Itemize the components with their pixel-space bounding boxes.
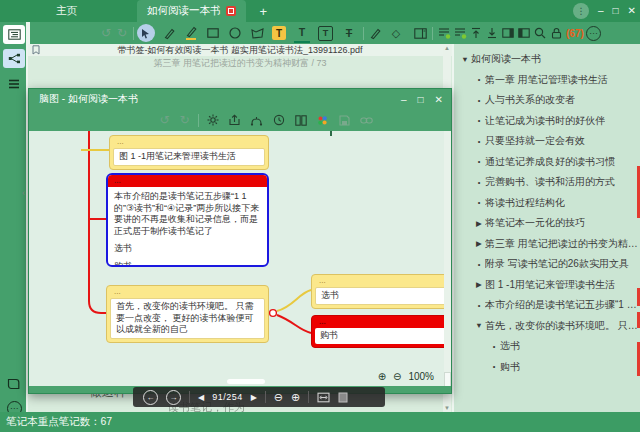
- tab-document[interactable]: 如何阅读一本书: [137, 0, 246, 22]
- mindmap-export-icon[interactable]: [227, 112, 242, 129]
- reading-layout-icon[interactable]: [412, 25, 428, 42]
- page-indicator[interactable]: 91/254: [212, 392, 243, 402]
- text-strikethrough-tool[interactable]: T: [341, 25, 357, 42]
- rectangle-tool-icon[interactable]: [205, 25, 221, 42]
- collapse-arrow-icon[interactable]: ▶: [473, 219, 485, 228]
- note-count-badge[interactable]: (67): [566, 28, 584, 39]
- circle-tool-icon[interactable]: [227, 25, 243, 42]
- node-subitem: 选书: [108, 237, 267, 255]
- mindmap-panel-icon[interactable]: [3, 49, 25, 68]
- outline-item[interactable]: ▼首先，改变你的读书环境吧。 只需要一点...: [454, 316, 640, 337]
- export-notes-icon[interactable]: [436, 25, 452, 42]
- sidebar-left-panel-icon[interactable]: [500, 25, 516, 42]
- text-box-tool[interactable]: T: [318, 26, 333, 41]
- outline-list: ▼如何阅读一本书 •第一章 用笔记管理读书生活 •人与书关系的改变者 •让笔记成…: [454, 49, 640, 377]
- mindmap-close-button[interactable]: ✕: [435, 94, 443, 105]
- fit-page-icon[interactable]: [338, 392, 348, 403]
- new-tab-button[interactable]: +: [260, 4, 268, 19]
- zoom-in-button[interactable]: ⊕: [291, 392, 300, 403]
- mindmap-columns-icon[interactable]: [293, 112, 308, 129]
- mindmap-link-icon[interactable]: [359, 112, 374, 129]
- bookmark-flag-icon[interactable]: [32, 45, 40, 55]
- tab-home[interactable]: 主页: [56, 4, 77, 18]
- collapse-arrow-icon[interactable]: ▼: [459, 55, 471, 64]
- scroll-up-icon[interactable]: ▲: [444, 45, 450, 51]
- fit-width-icon[interactable]: [317, 392, 330, 403]
- mindmap-titlebar[interactable]: 脑图 - 如何阅读一本书 – □ ✕: [29, 89, 451, 109]
- outline-item[interactable]: •附录 写读书笔记的26款实用文具: [454, 254, 640, 275]
- mindmap-history-clock-icon[interactable]: [271, 112, 286, 129]
- mindmap-color-palette-icon[interactable]: [315, 112, 330, 129]
- eraser-tool-icon[interactable]: ◇: [388, 25, 404, 42]
- outline-item[interactable]: ▶第三章 用笔记把读过的书变为精神财富: [454, 234, 640, 255]
- outline-item[interactable]: ▶图 1 -1用笔记来管理读书生活: [454, 275, 640, 296]
- mindmap-hscrollbar[interactable]: [227, 379, 265, 384]
- text-underline-tool[interactable]: T: [294, 23, 310, 43]
- close-button[interactable]: ✕: [628, 6, 636, 16]
- outline-item[interactable]: ▶将笔记本一元化的技巧: [454, 213, 640, 234]
- outline-item[interactable]: •购书: [454, 357, 640, 378]
- redo-icon[interactable]: ↻: [114, 25, 130, 42]
- mindmap-window[interactable]: 脑图 - 如何阅读一本书 – □ ✕ ↺ ↻: [28, 88, 452, 394]
- node-header: ...: [319, 318, 446, 326]
- outline-item[interactable]: •让笔记成为读书时的好伙伴: [454, 111, 640, 132]
- mindmap-node-buy-book[interactable]: ... 购书: [311, 315, 446, 348]
- outline-item[interactable]: •完善购书、读书和活用的方式: [454, 172, 640, 193]
- pen-tool-icon[interactable]: [161, 25, 177, 42]
- text-highlight-tool[interactable]: T: [272, 26, 286, 40]
- mindmap-zoom-in-icon[interactable]: ⊕: [378, 371, 386, 382]
- mindmap-zoom-out-icon[interactable]: ⊖: [393, 371, 401, 382]
- book-icon[interactable]: [3, 374, 25, 393]
- scroll-down-icon[interactable]: ▼: [444, 405, 450, 411]
- polygon-tool-icon[interactable]: [249, 25, 265, 42]
- sidebar-right-panel-icon[interactable]: [516, 25, 532, 42]
- minimize-button[interactable]: –: [598, 6, 604, 16]
- mindmap-settings-gear-icon[interactable]: [205, 112, 220, 129]
- collapse-arrow-icon[interactable]: ▶: [473, 280, 485, 289]
- history-back-button[interactable]: ←: [143, 390, 158, 405]
- pdf-badge-icon[interactable]: [226, 6, 236, 16]
- mindmap-minimize-button[interactable]: –: [401, 94, 407, 105]
- outline-item[interactable]: •将读书过程结构化: [454, 193, 640, 214]
- lock-icon[interactable]: [548, 25, 564, 42]
- notes-list-icon[interactable]: [3, 74, 25, 93]
- mindmap-undo-icon[interactable]: ↺: [157, 112, 172, 129]
- collapse-arrow-icon[interactable]: ▶: [473, 239, 485, 248]
- mindmap-maximize-button[interactable]: □: [418, 94, 424, 105]
- mindmap-redo-icon[interactable]: ↻: [177, 112, 192, 129]
- prev-page-button[interactable]: ◀: [198, 393, 204, 402]
- outline-item[interactable]: •通过笔记养成良好的读书习惯: [454, 152, 640, 173]
- mindmap-node-selected[interactable]: ... 本市介绍的是读书笔记五步骤“1 1 的”③读书”和“④记录”两步所以接下…: [106, 173, 269, 267]
- select-cursor-tool[interactable]: [137, 24, 155, 42]
- import-icon[interactable]: [468, 25, 484, 42]
- outline-item[interactable]: ▼如何阅读一本书: [454, 49, 640, 70]
- mindmap-zoom-level: 100%: [408, 371, 434, 382]
- outline-item[interactable]: •只要坚持就一定会有效: [454, 131, 640, 152]
- export-outline-icon[interactable]: [452, 25, 468, 42]
- outline-panel-icon[interactable]: [3, 25, 25, 44]
- mindmap-layout-tree-icon[interactable]: [249, 112, 264, 129]
- toolbar-more-icon[interactable]: ⋯: [586, 26, 601, 41]
- search-icon[interactable]: [532, 25, 548, 42]
- outline-item[interactable]: •选书: [454, 336, 640, 357]
- panel-collapse-handle-icon[interactable]: ‹: [22, 188, 25, 198]
- app-menu-icon[interactable]: ⋮: [573, 3, 589, 19]
- download-icon[interactable]: [484, 25, 500, 42]
- outline-item[interactable]: •本市介绍的是读书笔记五步骤“1 1 的”③ 读...: [454, 295, 640, 316]
- mindmap-node-select-book[interactable]: ... 选书: [311, 274, 446, 309]
- mindmap-node-figure[interactable]: ... 图 1 -1用笔记来管理读书生活: [109, 135, 269, 170]
- outline-item[interactable]: •第一章 用笔记管理读书生活: [454, 70, 640, 91]
- mindmap-save-icon[interactable]: [337, 112, 352, 129]
- ink-pen-tool-icon[interactable]: [367, 25, 383, 42]
- highlighter-tool-icon[interactable]: [183, 25, 199, 42]
- undo-icon[interactable]: ↺: [98, 25, 114, 42]
- mindmap-node-quote[interactable]: ... 首先，改变你的读书环境吧。 只需要一点改变， 更好的读书体验便可以成就全…: [106, 285, 269, 343]
- outline-item[interactable]: •人与书关系的改变者: [454, 90, 640, 111]
- next-page-button[interactable]: ▶: [251, 393, 257, 402]
- maximize-button[interactable]: □: [613, 6, 619, 16]
- history-forward-button[interactable]: →: [166, 390, 181, 405]
- zoom-out-button[interactable]: ⊖: [274, 392, 283, 403]
- collapse-arrow-icon[interactable]: ▼: [473, 321, 485, 330]
- mindmap-vscrollbar[interactable]: [444, 131, 451, 388]
- mindmap-canvas[interactable]: ... 图 1 -1用笔记来管理读书生活 ... 本市介绍的是读书笔记五步骤“1…: [29, 131, 446, 388]
